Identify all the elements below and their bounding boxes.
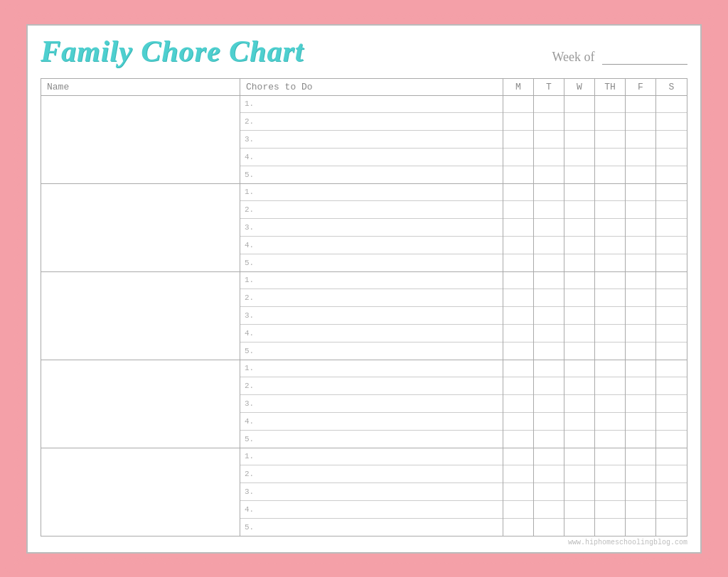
- chore-line-2-3[interactable]: 3.: [240, 219, 503, 237]
- col-chores-header: Chores to Do: [240, 79, 503, 95]
- table-header: Name Chores to Do M T W TH F S: [41, 79, 687, 96]
- chore-line-5-3[interactable]: 3.: [240, 483, 503, 501]
- col-name-header: Name: [41, 79, 240, 95]
- chore-line-2-1[interactable]: 1.: [240, 184, 503, 202]
- chore-line-3-4[interactable]: 4.: [240, 325, 503, 343]
- website-credit: www.hiphomeschoolingblog.com: [41, 536, 687, 546]
- table-row: 1. 2. 3. 4. 5.: [41, 360, 687, 448]
- name-cell-5[interactable]: [41, 448, 240, 536]
- chore-lines-1: 1. 2. 3. 4. 5.: [240, 96, 503, 183]
- day-header-M: M: [503, 79, 534, 95]
- day-header-S: S: [656, 79, 687, 95]
- chore-chart: Name Chores to Do M T W TH F S 1.: [41, 78, 687, 536]
- chore-line-3-5[interactable]: 5.: [240, 343, 503, 360]
- scallop-left: [5, 4, 21, 573]
- page-header: Family Chore Chart Week of: [41, 34, 687, 71]
- day-check-TH-1: [595, 96, 626, 183]
- chore-line-5-5[interactable]: 5.: [240, 519, 503, 536]
- day-check-M-1: [503, 96, 534, 183]
- chore-line-5-4[interactable]: 4.: [240, 501, 503, 519]
- chore-line-1-2[interactable]: 2.: [240, 113, 503, 131]
- table-body: 1. 2. 3. 4. 5.: [41, 96, 687, 536]
- chore-lines-4: 1. 2. 3. 4. 5.: [240, 360, 503, 448]
- chore-line-3-3[interactable]: 3.: [240, 307, 503, 325]
- chore-line-2-5[interactable]: 5.: [240, 254, 503, 271]
- table-row: 1. 2. 3. 4. 5.: [41, 448, 687, 536]
- table-row: 1. 2. 3. 4. 5.: [41, 272, 687, 360]
- name-cell-3[interactable]: [41, 272, 240, 360]
- day-check-F-1: [626, 96, 656, 183]
- day-checks-3: [503, 272, 687, 360]
- day-headers: M T W TH F S: [503, 79, 687, 95]
- chore-line-1-1[interactable]: 1.: [240, 96, 503, 114]
- chore-line-4-4[interactable]: 4.: [240, 413, 503, 431]
- chore-line-1-3[interactable]: 3.: [240, 131, 503, 149]
- table-row: 1. 2. 3. 4. 5.: [41, 184, 687, 272]
- chore-line-1-5[interactable]: 5.: [240, 166, 503, 183]
- scallop-top: [5, 4, 723, 20]
- chore-lines-3: 1. 2. 3. 4. 5.: [240, 272, 503, 360]
- chore-line-1-4[interactable]: 4.: [240, 149, 503, 166]
- chore-line-5-1[interactable]: 1.: [240, 448, 503, 466]
- name-cell-4[interactable]: [41, 360, 240, 448]
- chore-lines-5: 1. 2. 3. 4. 5.: [240, 448, 503, 536]
- chore-line-3-1[interactable]: 1.: [240, 272, 503, 290]
- day-checks-2: [503, 184, 687, 271]
- day-header-TH: TH: [595, 79, 626, 95]
- name-cell-2[interactable]: [41, 184, 240, 271]
- chore-line-4-2[interactable]: 2.: [240, 377, 503, 395]
- week-of-line[interactable]: [602, 64, 687, 65]
- chore-line-2-4[interactable]: 4.: [240, 237, 503, 254]
- chore-line-4-3[interactable]: 3.: [240, 395, 503, 413]
- page-background: Family Chore Chart Week of Name Chores t…: [5, 4, 723, 573]
- day-checks-4: [503, 360, 687, 448]
- chore-line-4-1[interactable]: 1.: [240, 360, 503, 378]
- day-header-T: T: [534, 79, 564, 95]
- day-checks-1: [503, 96, 687, 183]
- page-title: Family Chore Chart: [41, 34, 304, 68]
- table-row: 1. 2. 3. 4. 5.: [41, 96, 687, 184]
- day-checks-5: [503, 448, 687, 536]
- scallop-bottom: [5, 557, 723, 573]
- chore-line-4-5[interactable]: 5.: [240, 431, 503, 448]
- chore-line-2-2[interactable]: 2.: [240, 201, 503, 219]
- day-check-S-1: [656, 96, 687, 183]
- chore-lines-2: 1. 2. 3. 4. 5.: [240, 184, 503, 271]
- name-cell-1[interactable]: [41, 96, 240, 183]
- day-header-F: F: [626, 79, 656, 95]
- chore-line-5-2[interactable]: 2.: [240, 465, 503, 483]
- day-header-W: W: [564, 79, 595, 95]
- day-check-W-1: [564, 96, 595, 183]
- inner-page: Family Chore Chart Week of Name Chores t…: [26, 24, 702, 554]
- week-of-label: Week of: [552, 50, 687, 65]
- day-check-T-1: [534, 96, 564, 183]
- chore-line-3-2[interactable]: 2.: [240, 289, 503, 307]
- scallop-right: [707, 4, 723, 573]
